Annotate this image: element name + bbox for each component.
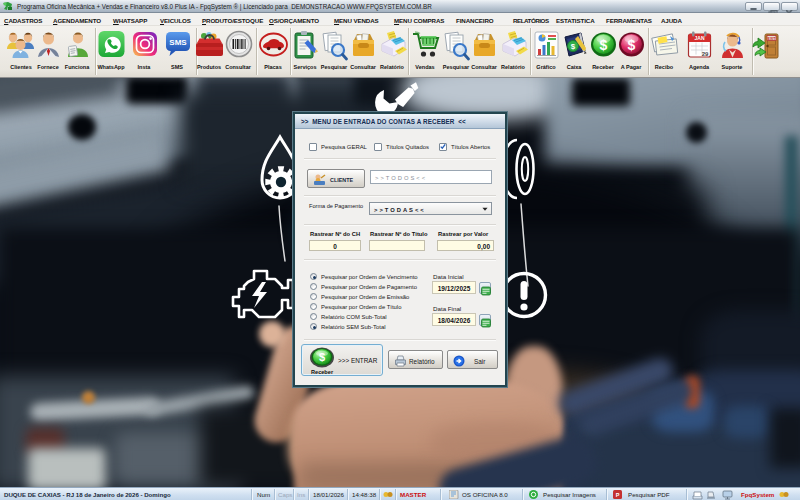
svg-text:$: $ [600,37,608,53]
svg-text:SMS: SMS [169,38,187,47]
svg-text:P: P [616,492,620,498]
svg-text:EXIT: EXIT [768,37,777,41]
svg-text:$: $ [628,37,636,53]
svg-text:JAN: JAN [694,35,704,41]
svg-text:29: 29 [702,51,709,57]
svg-text:$: $ [319,351,325,363]
svg-text:$: $ [571,42,576,51]
